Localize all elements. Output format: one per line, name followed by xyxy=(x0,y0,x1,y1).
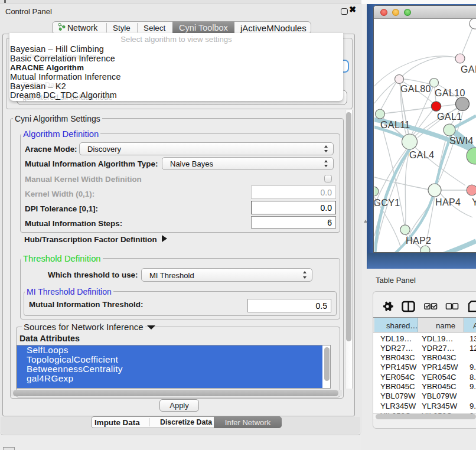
svg-text:GAL1: GAL1 xyxy=(437,112,462,122)
svg-text:SWI4: SWI4 xyxy=(449,136,474,146)
svg-text:GCY1: GCY1 xyxy=(374,198,400,208)
svg-text:HAP2: HAP2 xyxy=(406,236,431,246)
svg-text:GAL11: GAL11 xyxy=(380,120,410,130)
svg-text:GAL4: GAL4 xyxy=(409,150,435,160)
svg-text:GAL2: GAL2 xyxy=(461,64,476,74)
svg-text:YEL: YEL xyxy=(472,197,476,207)
svg-text:HAP4: HAP4 xyxy=(435,197,461,207)
svg-text:GAL10: GAL10 xyxy=(435,88,465,98)
svg-text:GAL80: GAL80 xyxy=(400,84,431,94)
